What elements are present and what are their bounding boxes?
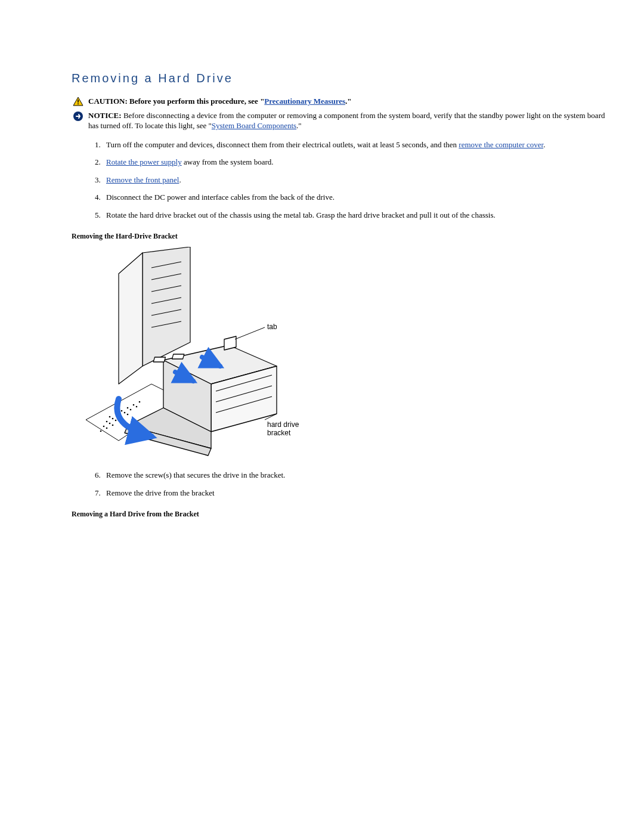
svg-point-19: [106, 421, 108, 423]
step-item: Turn off the computer and devices, disco…: [103, 140, 608, 150]
link-precautionary-measures[interactable]: Precautionary Measures: [264, 97, 345, 106]
notice-before: Before disconnecting a device from the c…: [88, 111, 605, 131]
step-text: Disconnect the DC power and interface ca…: [106, 193, 335, 202]
figure-caption-1: Removing the Hard-Drive Bracket: [72, 232, 608, 241]
svg-point-25: [103, 426, 105, 428]
step-text: .: [179, 175, 181, 184]
step-text: .: [543, 140, 545, 149]
svg-point-26: [109, 423, 111, 425]
caution-icon: [72, 96, 85, 106]
svg-point-22: [124, 412, 126, 414]
step-item: Rotate the hard drive bracket out of the…: [103, 210, 608, 221]
notice-icon: [72, 110, 85, 122]
figure-label-bracket-1: hard drive: [267, 420, 299, 429]
step-text: Remove the screw(s) that secures the dri…: [106, 470, 285, 479]
notice-text: NOTICE: Before disconnecting a device fr…: [85, 110, 608, 131]
caution-row: CAUTION: Before you perform this procedu…: [72, 96, 608, 107]
svg-point-24: [136, 406, 138, 408]
step-item: Rotate the power supply away from the sy…: [103, 157, 608, 168]
steps-list-b: Remove the screw(s) that secures the dri…: [72, 470, 608, 498]
svg-point-18: [139, 401, 141, 403]
figure-hard-drive-bracket: tab hard drive bracket: [86, 247, 608, 462]
caution-label: CAUTION:: [88, 97, 128, 106]
svg-point-27: [115, 420, 117, 422]
notice-label: NOTICE:: [88, 111, 122, 120]
svg-rect-41: [172, 354, 184, 359]
caution-text: CAUTION: Before you perform this procedu…: [85, 96, 608, 107]
svg-point-15: [121, 410, 123, 412]
svg-line-44: [235, 327, 265, 339]
link-rotate-power-supply[interactable]: Rotate the power supply: [106, 157, 182, 166]
step-item: Remove the screw(s) that secures the dri…: [103, 470, 608, 481]
document-page: Removing a Hard Drive CAUTION: Before yo…: [0, 0, 644, 833]
link-remove-computer-cover[interactable]: remove the computer cover: [459, 140, 543, 149]
link-remove-front-panel[interactable]: Remove the front panel: [106, 175, 179, 184]
step-text: Rotate the hard drive bracket out of the…: [106, 210, 496, 219]
link-system-board-components[interactable]: System Board Components: [212, 121, 296, 130]
step-text: Remove the drive from the bracket: [106, 488, 215, 497]
caution-before: Before you perform this procedure, see ": [128, 97, 265, 106]
page-title: Removing a Hard Drive: [72, 72, 608, 85]
svg-point-16: [127, 407, 129, 409]
notice-after: .": [296, 121, 302, 130]
svg-point-13: [109, 416, 111, 418]
svg-rect-2: [78, 103, 79, 104]
figure-label-tab: tab: [267, 323, 277, 331]
svg-point-31: [106, 428, 108, 429]
step-text: away from the system board.: [182, 157, 274, 166]
svg-point-29: [127, 414, 129, 416]
step-item: Remove the drive from the bracket: [103, 488, 608, 498]
svg-point-30: [100, 431, 102, 432]
step-item: Remove the front panel.: [103, 175, 608, 185]
caution-after: .": [345, 97, 351, 106]
figure-label-bracket-2: bracket: [267, 429, 291, 437]
svg-rect-40: [153, 357, 165, 362]
svg-point-32: [112, 425, 114, 426]
svg-marker-5: [119, 253, 143, 384]
svg-rect-1: [78, 100, 79, 103]
figure-caption-2: Removing a Hard Drive from the Bracket: [72, 510, 608, 519]
svg-point-20: [112, 418, 114, 420]
step-text: Turn off the computer and devices, disco…: [106, 140, 459, 149]
hard-drive-bracket-illustration: tab hard drive bracket: [86, 247, 336, 462]
step-item: Disconnect the DC power and interface ca…: [103, 192, 608, 203]
svg-point-17: [133, 404, 135, 406]
notice-row: NOTICE: Before disconnecting a device fr…: [72, 110, 608, 131]
steps-list-a: Turn off the computer and devices, disco…: [72, 140, 608, 221]
svg-point-23: [130, 409, 132, 411]
